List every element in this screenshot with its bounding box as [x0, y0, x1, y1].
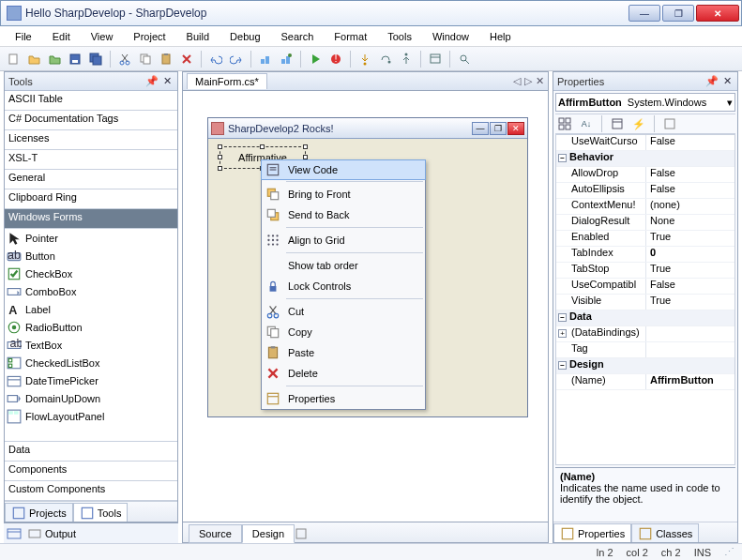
undo-icon[interactable] [206, 50, 225, 68]
menu-project[interactable]: Project [124, 29, 174, 44]
toolbox-item[interactable]: ablTextBox [5, 336, 177, 354]
property-value[interactable]: False [646, 279, 734, 294]
bottom-tab-classes[interactable]: Classes [631, 523, 699, 542]
panel-close-icon[interactable]: ✕ [160, 75, 174, 88]
property-pages-icon[interactable] [660, 114, 679, 133]
context-bring-to-front[interactable]: Bring to Front [262, 184, 425, 204]
step-over-icon[interactable] [376, 50, 395, 68]
tool-category[interactable]: Data [5, 442, 177, 462]
output-panel-header[interactable]: Output [4, 522, 178, 543]
property-value[interactable]: False [646, 167, 734, 182]
pin-icon[interactable]: 📌 [705, 75, 719, 88]
menu-view[interactable]: View [82, 29, 123, 44]
collapse-icon[interactable]: − [558, 154, 567, 162]
build-icon[interactable] [256, 50, 275, 68]
resize-grip-icon[interactable]: ⋰ [724, 546, 734, 558]
property-value[interactable] [646, 326, 734, 341]
context-align-to-grid[interactable]: Align to Grid [262, 230, 425, 250]
toolbox-item[interactable]: RadioButton [5, 318, 177, 336]
categorized-icon[interactable] [555, 114, 574, 133]
editor-tab-source[interactable]: Source [189, 524, 242, 543]
property-row[interactable]: UseWaitCursoFalse [556, 135, 734, 151]
document-tab[interactable]: MainForm.cs* [187, 73, 267, 89]
paste-icon[interactable] [157, 50, 175, 68]
context-show-tab-order[interactable]: Show tab order [262, 255, 425, 276]
property-value[interactable]: True [646, 231, 734, 246]
property-value[interactable]: True [646, 263, 734, 278]
property-value[interactable]: (none) [646, 199, 734, 214]
property-row[interactable]: EnabledTrue [556, 231, 734, 247]
tool-category[interactable]: ASCII Table [5, 91, 177, 111]
menu-build[interactable]: Build [177, 29, 219, 44]
menu-search[interactable]: Search [272, 29, 324, 44]
property-value[interactable]: 0 [646, 247, 734, 262]
editor-tab-design[interactable]: Design [242, 524, 295, 543]
property-category[interactable]: −Behavior [556, 151, 734, 167]
context-cut[interactable]: Cut [262, 301, 425, 322]
save-icon[interactable] [66, 50, 84, 68]
step-out-icon[interactable] [397, 50, 416, 68]
stop-icon[interactable]: ! [326, 50, 345, 68]
editor-options-icon[interactable] [295, 527, 308, 542]
bottom-tab-properties[interactable]: Properties [553, 523, 631, 542]
open-project-icon[interactable] [45, 50, 64, 68]
property-value[interactable]: AffirmButton [646, 374, 734, 389]
property-category[interactable]: −Design [556, 358, 734, 374]
tool-category[interactable]: C# Documentation Tags [5, 111, 177, 130]
tool-category[interactable]: Licenses [5, 130, 177, 150]
menu-tools[interactable]: Tools [378, 29, 421, 44]
menu-format[interactable]: Format [325, 29, 376, 44]
property-object-selector[interactable]: AffirmButton System.Windows ▾ [555, 93, 735, 112]
tool-category[interactable]: Windows Forms [5, 209, 177, 229]
open-folder-icon[interactable] [24, 50, 43, 68]
side-tab-projects[interactable]: Projects [5, 503, 73, 522]
property-row[interactable]: (Name)AffirmButton [556, 374, 734, 390]
close-button[interactable]: ✕ [696, 5, 739, 22]
context-copy[interactable]: Copy [262, 322, 425, 342]
tool-category[interactable]: XSL-T [5, 150, 177, 170]
menu-edit[interactable]: Edit [43, 29, 80, 44]
property-row[interactable]: AllowDropFalse [556, 167, 734, 183]
context-paste[interactable]: Paste [262, 342, 425, 363]
copy-icon[interactable] [136, 50, 155, 68]
property-value[interactable]: False [646, 135, 734, 150]
property-row[interactable]: TabStopTrue [556, 263, 734, 279]
property-row[interactable]: ContextMenu!(none) [556, 199, 734, 215]
property-value[interactable]: False [646, 183, 734, 198]
expand-icon[interactable]: + [558, 329, 567, 338]
context-lock-controls[interactable]: Lock Controls [262, 276, 425, 296]
side-tab-tools[interactable]: Tools [73, 503, 129, 522]
output-dropdown-icon[interactable] [27, 526, 42, 541]
menu-file[interactable]: File [6, 29, 41, 44]
property-value[interactable]: True [646, 295, 734, 310]
context-send-to-back[interactable]: Send to Back [262, 204, 425, 225]
property-row[interactable]: UseCompatiblFalse [556, 279, 734, 295]
property-grid[interactable]: UseWaitCursoFalse−BehaviorAllowDropFalse… [555, 134, 735, 465]
property-value[interactable]: None [646, 215, 734, 230]
save-all-icon[interactable] [86, 50, 105, 68]
step-into-icon[interactable] [356, 50, 374, 68]
alphabetical-icon[interactable]: A↓ [577, 114, 596, 133]
window-icon[interactable] [426, 50, 445, 68]
menu-help[interactable]: Help [480, 29, 521, 44]
events-tab-icon[interactable]: ⚡ [629, 114, 648, 133]
context-view-code[interactable]: View Code [261, 159, 426, 180]
toolbox-item[interactable]: DomainUpDown [5, 389, 177, 407]
tool-category[interactable]: Clipboard Ring [5, 189, 177, 209]
collapse-icon[interactable]: − [558, 361, 567, 370]
tab-close-icon[interactable]: ✕ [536, 75, 544, 87]
pin-icon[interactable]: 📌 [145, 75, 159, 88]
tool-category[interactable]: Custom Components [5, 481, 177, 501]
context-properties[interactable]: Properties [262, 388, 425, 409]
toolbox-item[interactable]: Pointer [5, 229, 177, 247]
tab-next-icon[interactable]: ▷ [524, 75, 532, 87]
rebuild-icon[interactable] [277, 50, 295, 68]
cut-icon[interactable] [115, 50, 134, 68]
property-row[interactable]: TabIndex0 [556, 247, 734, 263]
toolbox-item[interactable]: abButton [5, 247, 177, 265]
property-row[interactable]: AutoEllipsisFalse [556, 183, 734, 199]
tool-category[interactable]: General [5, 170, 177, 189]
panel-close-icon[interactable]: ✕ [720, 75, 734, 88]
toolbox-item[interactable]: DateTimePicker [5, 371, 177, 389]
tool-category[interactable]: Components [5, 462, 177, 481]
